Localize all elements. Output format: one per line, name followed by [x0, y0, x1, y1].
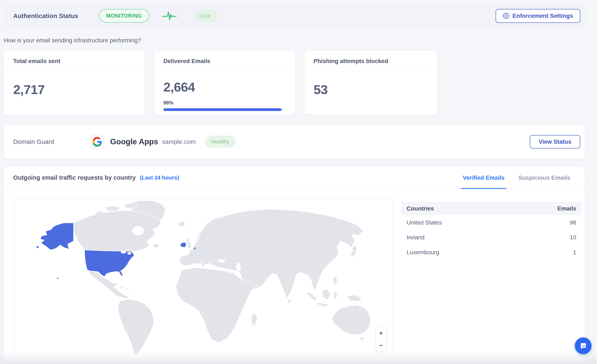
tab-verified-emails[interactable]: Verified Emails [463, 167, 504, 188]
healthy-badge: Healthy [205, 136, 236, 148]
phishing-blocked-title: Phishing attempts blocked [304, 51, 437, 72]
phishing-blocked-value: 53 [314, 82, 428, 97]
tab-suspicious-emails[interactable]: Suspicious Emails [518, 167, 570, 188]
table-row: United States 96 [401, 215, 582, 230]
country-email-count: 1 [573, 249, 576, 256]
map-zoom-in-button[interactable]: + [376, 327, 386, 339]
authentication-status-title: Authentication Status [13, 12, 78, 19]
traffic-timeframe-link[interactable]: (Last 24 hours) [140, 174, 179, 181]
infrastructure-question: How is your email sending infrastructure… [4, 37, 585, 44]
traffic-by-country-card: Outgoing email traffic requests by count… [4, 167, 585, 364]
domain-guard-card: Domain Guard Google Apps sample.com Heal… [4, 124, 585, 159]
delivered-emails-value: 2,664 [163, 80, 286, 94]
total-emails-card: Total emails sent 2,717 [4, 50, 145, 115]
countries-table-header: Countries Emails [401, 202, 582, 215]
table-row: Luxembourg 1 [401, 245, 582, 260]
delivered-emails-title: Delivered Emails [154, 51, 295, 72]
domain-guard-label: Domain Guard [13, 138, 54, 145]
chat-bubble-icon [579, 341, 588, 350]
provider-name: Google Apps [110, 137, 158, 146]
country-email-count: 96 [570, 219, 576, 226]
dashboard-page: Authentication Status MONITORING Live En… [4, 0, 585, 364]
map-country-ireland [180, 242, 186, 248]
delivered-progress-track [163, 108, 284, 111]
delivered-percent-label: 98% [163, 100, 286, 106]
view-status-label: View Status [539, 139, 572, 145]
authentication-status-bar: Authentication Status MONITORING Live En… [4, 4, 585, 28]
total-emails-title: Total emails sent [4, 51, 145, 72]
countries-table: Countries Emails United States 96 Irelan… [401, 202, 582, 354]
google-logo-icon [90, 134, 105, 149]
enforcement-settings-button[interactable]: Enforcement Settings [496, 9, 580, 23]
country-email-count: 10 [570, 234, 576, 241]
monitoring-status-badge: MONITORING [99, 9, 149, 23]
delivered-emails-card: Delivered Emails 2,664 98% [154, 50, 295, 115]
country-name: Luxembourg [407, 249, 439, 256]
metric-cards-row: Total emails sent 2,717 Delivered Emails… [4, 50, 585, 115]
traffic-tabs: Verified Emails Suspicious Emails [463, 167, 570, 188]
map-zoom-control: + − [376, 327, 386, 351]
pulse-heartbeat-icon [162, 10, 177, 21]
traffic-title: Outgoing email traffic requests by count… [13, 174, 136, 181]
traffic-header: Outgoing email traffic requests by count… [4, 167, 585, 189]
map-country-us-alaska [40, 223, 73, 250]
country-name: Ireland [407, 234, 424, 241]
live-badge: Live [196, 10, 216, 22]
view-status-button[interactable]: View Status [530, 135, 580, 148]
map-zoom-out-button[interactable]: − [376, 339, 386, 351]
country-name: United States [407, 219, 442, 226]
enforcement-settings-label: Enforcement Settings [513, 13, 573, 19]
provider-domain: sample.com [162, 138, 196, 145]
traffic-body: + − Countries Emails United States 96 Ir… [4, 189, 585, 354]
delivered-progress-fill [163, 108, 282, 111]
total-emails-value: 2,717 [13, 82, 135, 97]
world-map[interactable]: + − [14, 198, 393, 354]
world-map-svg [15, 198, 393, 354]
gear-icon [503, 13, 509, 19]
map-country-luxembourg [194, 247, 196, 250]
table-row: Ireland 10 [401, 230, 582, 245]
chat-launcher-button[interactable] [575, 337, 592, 354]
countries-column-header: Countries [407, 205, 434, 212]
phishing-blocked-card: Phishing attempts blocked 53 [304, 50, 438, 115]
emails-column-header: Emails [558, 205, 576, 212]
